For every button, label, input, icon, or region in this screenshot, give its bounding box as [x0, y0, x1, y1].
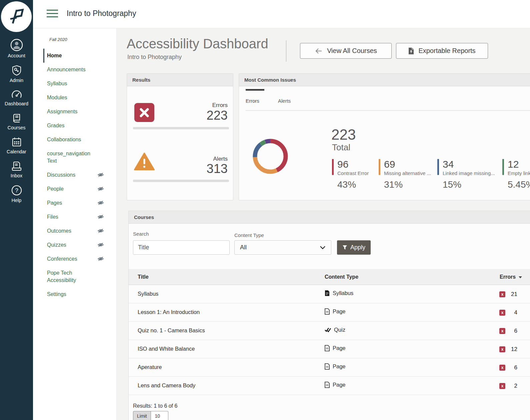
row-error-count: 4 [509, 309, 517, 316]
stat-label: Contrast Error [337, 170, 369, 176]
stat-empty-link: 12 Empty link 5.45% [502, 159, 530, 190]
course-nav-label: Home [47, 53, 62, 58]
row-error-count: 12 [509, 346, 517, 353]
results-divider [133, 127, 229, 129]
tab-errors[interactable]: Errors [246, 98, 259, 104]
course-nav-syllabus[interactable]: Syllabus [47, 77, 115, 91]
course-nav-conferences[interactable]: Conferences [47, 252, 115, 266]
stat-percent: 31% [384, 179, 431, 190]
arrow-left-icon [315, 48, 323, 54]
stat-value: 69 [384, 159, 431, 170]
stat-contrast-error: 96 Contrast Error 43% [332, 159, 369, 190]
course-nav-label: Conferences [47, 256, 77, 262]
exportable-reports-button[interactable]: Exportable Reports [396, 43, 488, 59]
course-nav-files[interactable]: Files [47, 210, 115, 224]
stat-color-bar [332, 159, 334, 175]
eye-slash-icon [97, 228, 104, 233]
error-badge-icon: x [499, 291, 505, 297]
popetech-logo-icon [6, 6, 27, 27]
error-badge-icon: x [499, 328, 505, 334]
alerts-label: Alerts [213, 156, 228, 162]
content-type-select[interactable]: All [234, 240, 331, 255]
sidebar-item-label: Courses [8, 125, 26, 130]
stat-value: 12 [508, 159, 530, 170]
sidebar-item-admin[interactable]: Admin [0, 61, 33, 86]
tab-alerts[interactable]: Alerts [278, 98, 291, 104]
row-error-count: 6 [509, 328, 517, 334]
stat-missing-alternative: 69 Missing alternative ... 31% [379, 159, 431, 190]
apply-label: Apply [350, 244, 365, 251]
table-row[interactable]: Syllabus Syllabus x 21 [129, 285, 530, 303]
search-label: Search [133, 231, 149, 237]
sidebar-item-account[interactable]: Account [0, 35, 33, 61]
calendar-icon [11, 137, 22, 147]
course-nav-label: Pope Tech Accessibility [47, 270, 76, 283]
syllabus-icon [325, 290, 330, 296]
admin-shield-icon [11, 65, 22, 76]
issues-donut-chart [250, 136, 290, 176]
search-input[interactable] [133, 240, 230, 255]
eye-slash-icon [97, 172, 104, 177]
sidebar-item-inbox[interactable]: Inbox [0, 157, 33, 181]
stat-value: 34 [443, 159, 495, 170]
results-divider [133, 180, 229, 182]
account-avatar-icon [10, 39, 23, 51]
errors-value: 223 [207, 108, 228, 123]
filter-funnel-icon [342, 245, 347, 250]
course-nav-pope-tech-accessibility[interactable]: Pope Tech Accessibility [47, 266, 115, 287]
course-nav-label: course_navigation Text [47, 151, 90, 164]
sidebar-item-help[interactable]: ? Help [0, 181, 33, 206]
issues-panel-title: Most Common Issues [239, 74, 530, 86]
row-title: ISO and White Balance [138, 346, 195, 352]
course-nav-announcements[interactable]: Announcements [47, 63, 115, 77]
view-all-courses-button[interactable]: View All Courses [300, 43, 392, 59]
table-row[interactable]: Lens and Camera Body Page x 2 [129, 377, 530, 395]
course-nav-modules[interactable]: Modules [47, 91, 115, 105]
stat-label: Missing alternative ... [384, 170, 431, 176]
error-badge-icon: x [499, 383, 505, 389]
row-content-type: Syllabus [333, 290, 353, 296]
course-nav-collaborations[interactable]: Collaborations [47, 133, 115, 147]
error-icon [134, 103, 154, 122]
course-nav-settings[interactable]: Settings [47, 287, 115, 301]
course-nav-discussions[interactable]: Discussions [47, 168, 115, 182]
course-nav-outcomes[interactable]: Outcomes [47, 224, 115, 238]
tab-underline [246, 110, 530, 111]
sort-desc-icon [519, 276, 522, 278]
eye-slash-icon [97, 200, 104, 205]
limit-select[interactable]: 10 [151, 411, 168, 420]
sidebar-item-dashboard[interactable]: Dashboard [0, 86, 33, 109]
row-title: Lesson 1: An Introduction [138, 309, 200, 315]
course-nav-quizzes[interactable]: Quizzes [47, 238, 115, 252]
errors-header-label: Errors [500, 274, 516, 280]
term-label: Fall 2020 [49, 37, 116, 42]
column-header-errors[interactable]: Errors [500, 274, 522, 280]
course-nav-grades[interactable]: Grades [47, 119, 115, 133]
popetech-logo[interactable] [1, 1, 32, 32]
sidebar-item-label: Inbox [11, 173, 22, 178]
course-nav-course-navigation-text[interactable]: course_navigation Text [47, 147, 115, 168]
row-content-type: Page [333, 308, 346, 315]
apply-button[interactable]: Apply [337, 240, 371, 255]
page-icon [325, 382, 330, 388]
most-common-issues-panel: Most Common Issues Errors Alerts 223 Tot… [239, 73, 530, 200]
results-panel: Results Errors 223 Alerts 313 [127, 73, 233, 200]
table-row[interactable]: Lesson 1: An Introduction Page x 4 [129, 303, 530, 322]
course-nav-pages[interactable]: Pages [47, 196, 115, 210]
hamburger-menu-icon[interactable] [47, 10, 58, 19]
row-error-count: 2 [509, 383, 517, 389]
table-row[interactable]: ISO and White Balance Page x 12 [129, 340, 530, 358]
error-badge-icon: x [499, 365, 505, 371]
course-nav-label: Pages [47, 200, 62, 206]
table-row[interactable]: Quiz no. 1 - Camera Basics Quiz x 6 [129, 322, 530, 340]
course-nav-label: Grades [47, 123, 64, 128]
page-icon [325, 345, 330, 351]
row-title: Quiz no. 1 - Camera Basics [138, 327, 205, 334]
course-nav-home[interactable]: Home [43, 49, 112, 63]
sidebar-item-courses[interactable]: Courses [0, 109, 33, 133]
course-nav-label: Syllabus [47, 81, 67, 86]
course-nav-assignments[interactable]: Assignments [47, 105, 115, 119]
table-row[interactable]: Aperature Page x 6 [129, 358, 530, 377]
sidebar-item-calendar[interactable]: Calendar [0, 133, 33, 157]
course-nav-people[interactable]: People [47, 182, 115, 196]
